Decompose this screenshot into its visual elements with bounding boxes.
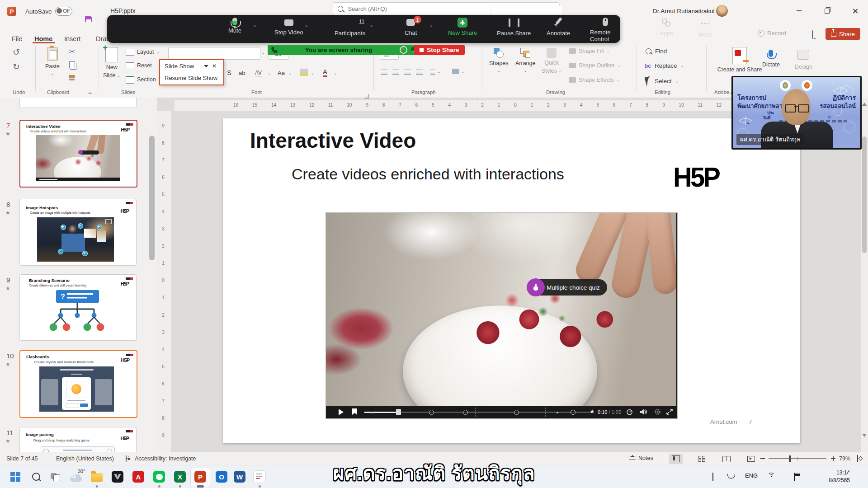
comments-button[interactable] xyxy=(812,31,813,39)
mute-chevron[interactable]: ⌄ xyxy=(253,22,257,28)
outlook-button[interactable]: O xyxy=(213,469,230,485)
chevron-down-icon[interactable]: ⌄ xyxy=(288,71,292,75)
fullscreen-icon[interactable] xyxy=(666,408,673,415)
interaction-marker[interactable] xyxy=(429,410,434,415)
format-painter-button[interactable] xyxy=(69,75,75,78)
character-spacing-button[interactable]: AV xyxy=(255,70,262,76)
slide-title[interactable]: Interactive Video xyxy=(250,128,416,153)
play-button[interactable] xyxy=(339,409,344,415)
battery-icon[interactable] xyxy=(794,473,795,481)
chevron-down-icon[interactable]: ⌄ xyxy=(268,71,271,75)
tray-language[interactable]: ENG xyxy=(745,472,758,479)
tab-insert[interactable]: Insert xyxy=(63,33,81,44)
redo-button[interactable]: ↻ xyxy=(13,61,20,72)
view-slideshow-button[interactable] xyxy=(744,454,758,464)
font-dialog-launcher[interactable] xyxy=(364,94,369,99)
seekbar-played[interactable] xyxy=(364,412,398,413)
slide-subtitle[interactable]: Create videos enriched with interactions xyxy=(292,165,564,183)
tab-file[interactable]: File xyxy=(11,33,23,44)
reset-button[interactable]: Reset xyxy=(126,62,152,69)
file-explorer-button[interactable] xyxy=(89,469,105,485)
shape-effects-button[interactable]: Shape Effects ⌄ xyxy=(569,77,620,83)
slide-thumbnail-8[interactable]: Image Hotspots Create an image with mult… xyxy=(19,199,137,266)
weather-widget[interactable]: 30° xyxy=(68,469,84,485)
restore-button[interactable] xyxy=(820,5,834,16)
bookmark-icon[interactable] xyxy=(352,408,357,415)
panel-scrollbar-thumb[interactable] xyxy=(149,136,155,260)
dictate-button[interactable]: Dictate xyxy=(762,50,780,68)
highlight-color-button[interactable] xyxy=(300,69,308,76)
seekbar-handle[interactable] xyxy=(396,409,401,415)
zoom-percentage[interactable]: 79% xyxy=(839,455,850,462)
acrobat-button[interactable]: A xyxy=(130,469,146,485)
designer-button[interactable]: Design xyxy=(795,50,812,70)
excel-button[interactable]: X xyxy=(172,469,188,485)
strikethrough-ab-button[interactable]: ab xyxy=(239,70,245,76)
section-button[interactable]: Section xyxy=(126,76,156,84)
view-slide-sorter-button[interactable] xyxy=(695,454,708,464)
document-filename[interactable]: H5P.pptx xyxy=(110,7,136,14)
strikethrough-button[interactable]: S xyxy=(227,69,231,76)
participants-chevron[interactable]: ⌄ xyxy=(369,22,373,28)
powerpoint-taskbar-button[interactable]: P xyxy=(192,469,208,485)
menu-dropdown-icon[interactable] xyxy=(204,65,208,70)
interaction-marker[interactable] xyxy=(571,410,576,415)
slide-indicator[interactable]: Slide 7 of 45 xyxy=(6,455,38,462)
quiz-interaction-button[interactable]: Multiple choice quiz xyxy=(528,279,607,296)
paste-button[interactable]: Paste ⌄ xyxy=(45,47,60,76)
accessibility-status[interactable]: Accessibility: Investigate xyxy=(135,455,196,462)
zoom-apps-button[interactable]: Apps xyxy=(660,18,673,37)
new-slide-button[interactable]: New Slide⌄ xyxy=(103,47,120,79)
slide-thumbnail-11[interactable]: Image pairing Drag and drop image matchi… xyxy=(19,427,137,452)
layout-button[interactable]: Layout ⌄ xyxy=(126,49,160,56)
zoom-more-button[interactable]: More xyxy=(698,18,712,38)
stop-share-button[interactable]: Stop Share xyxy=(414,45,465,55)
taskbar-search-button[interactable] xyxy=(28,469,44,485)
settings-gear-icon[interactable] xyxy=(654,408,661,415)
minimize-button[interactable] xyxy=(792,5,806,16)
shape-fill-button[interactable]: Shape Fill ⌄ xyxy=(569,48,610,54)
notes-button[interactable]: Notes xyxy=(629,455,653,461)
line-app-button[interactable] xyxy=(151,469,167,485)
find-button[interactable]: Find xyxy=(646,48,667,55)
context-menu-header[interactable]: Slide Show ✕ xyxy=(160,60,223,72)
tray-expand-chevron[interactable] xyxy=(712,474,713,482)
zoom-mute-button[interactable]: Mute xyxy=(228,18,241,34)
quick-styles-button[interactable]: Quick Styles⌄ xyxy=(542,48,562,75)
language-indicator[interactable]: English (United States) xyxy=(56,455,114,462)
playback-speed-icon[interactable] xyxy=(626,408,633,415)
word-button[interactable]: W xyxy=(231,469,248,485)
canvas-scrollbar[interactable] xyxy=(861,98,868,452)
zoom-new-share-button[interactable]: New Share xyxy=(448,18,477,36)
columns-button[interactable]: ⌄ xyxy=(430,70,441,75)
change-case-button[interactable]: Aa xyxy=(278,70,285,76)
record-button[interactable]: Record xyxy=(758,30,786,37)
seekbar-remaining[interactable] xyxy=(398,412,591,413)
share-button[interactable]: Share xyxy=(826,28,860,40)
zoom-annotate-button[interactable]: Annotate xyxy=(547,18,570,37)
menu-close-icon[interactable]: ✕ xyxy=(212,63,217,69)
task-view-button[interactable] xyxy=(47,469,63,485)
copy-button[interactable] xyxy=(69,61,75,68)
align-left-icon[interactable] xyxy=(381,70,387,75)
justify-icon[interactable] xyxy=(416,70,423,75)
interaction-marker[interactable] xyxy=(514,410,519,415)
chevron-down-icon[interactable]: ⌄ xyxy=(334,71,337,75)
view-reading-button[interactable] xyxy=(720,454,733,464)
zoom-out-button[interactable] xyxy=(760,458,765,459)
chevron-down-icon[interactable]: ⌄ xyxy=(311,71,315,75)
volume-icon[interactable] xyxy=(640,408,647,415)
chat-chevron[interactable]: ⌄ xyxy=(429,22,433,28)
arrange-button[interactable]: Arrange ⌄ xyxy=(515,48,535,73)
close-button[interactable] xyxy=(848,5,862,16)
interactive-video-player[interactable]: Multiple choice quiz ★ 0:10 / 1:05 xyxy=(326,212,678,419)
fit-slide-button[interactable] xyxy=(857,455,858,462)
stop-video-chevron[interactable]: ⌄ xyxy=(304,22,308,28)
select-button[interactable]: Select ⌄ xyxy=(646,77,679,86)
zoom-remote-control-button[interactable]: Remote Control xyxy=(590,18,620,42)
convert-smartart-button[interactable]: ⌄ xyxy=(452,69,465,74)
slide-editing-area[interactable]: Interactive Video Create videos enriched… xyxy=(223,118,800,443)
font-name-chevron[interactable]: ⌄ xyxy=(262,51,265,55)
scroll-down-icon[interactable] xyxy=(862,434,867,439)
clock-widget[interactable]: 13:14 8/8/2565 xyxy=(829,469,850,484)
